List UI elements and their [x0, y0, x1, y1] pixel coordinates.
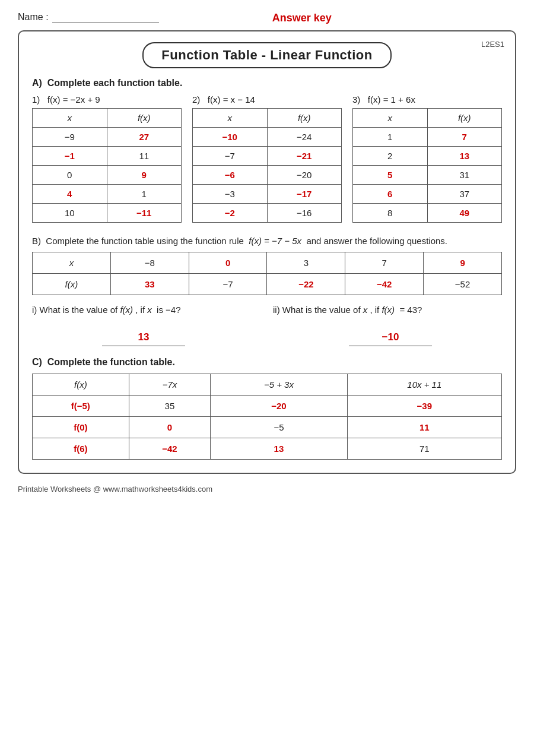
function-block-3: 3) f(x) = 1 + 6x x f(x) 17213531637849 — [352, 94, 502, 223]
section-b: B) Complete the function table using the… — [32, 236, 502, 346]
answer-key-label: Answer key — [159, 12, 445, 24]
section-c-label: C) — [32, 357, 42, 367]
func2-table: x f(x) −10−24−7−21−6−20−3−17−2−16 — [192, 108, 342, 223]
q1-suffix: is −4? — [157, 305, 180, 315]
b-fx-label: f(x) — [33, 274, 111, 295]
answer-lines: 13 −10 — [32, 331, 502, 346]
q2-x: x — [363, 305, 368, 315]
q1-middle: , if — [135, 305, 145, 315]
section-b-label: B) — [32, 236, 41, 246]
functions-row: 1) f(x) = −2x + 9 x f(x) −927−111094110−… — [32, 94, 502, 223]
section-c: C) Complete the function table. f(x)−7x−… — [32, 357, 502, 460]
func3-table: x f(x) 17213531637849 — [352, 108, 502, 223]
b-x-label: x — [33, 252, 111, 274]
answer-2-entry: −10 — [279, 331, 502, 346]
section-b-post: and answer the following questions. — [306, 236, 447, 246]
function-block-2: 2) f(x) = x − 14 x f(x) −10−24−7−21−6−20… — [192, 94, 342, 223]
q2-fx: f(x) — [382, 305, 395, 315]
worksheet-container: L2ES1 Function Table - Linear Function A… — [18, 30, 516, 474]
q2-prefix: ii) What is the value of — [273, 305, 361, 315]
name-field — [52, 12, 159, 23]
func3-id: 3) — [352, 94, 365, 105]
func3-col-fx: f(x) — [427, 109, 502, 128]
q1-fx: f(x) — [120, 305, 133, 315]
section-a-label: A) — [32, 78, 42, 88]
answer-1-value: 13 — [138, 331, 150, 343]
answer-1-line — [102, 346, 185, 346]
function-block-1: 1) f(x) = −2x + 9 x f(x) −927−111094110−… — [32, 94, 182, 223]
func1-id: 1) — [32, 94, 45, 105]
func1-table: x f(x) −927−111094110−11 — [32, 108, 182, 223]
question-1: i) What is the value of f(x) , if x is −… — [32, 305, 261, 315]
footer: Printable Worksheets @ www.mathworksheet… — [18, 485, 516, 494]
answer-1-entry: 13 — [32, 331, 255, 346]
section-b-table: x −80379 f(x) 33−7−22−42−52 — [32, 252, 502, 295]
section-a-instruction: Complete each function table. — [47, 78, 183, 88]
section-b-eq: f(x) = −7 − 5x — [249, 236, 301, 246]
name-label: Name : — [18, 12, 49, 23]
func2-equation: f(x) = x − 14 — [208, 94, 255, 105]
func1-col-fx: f(x) — [107, 109, 182, 128]
section-a: A) Complete each function table. 1) f(x)… — [32, 78, 502, 223]
section-c-header: C) Complete the function table. — [32, 357, 502, 368]
section-c-table: f(x)−7x−5 + 3x10x + 11 f(−5)35−20−39f(0)… — [32, 374, 502, 460]
func3-col-x: x — [353, 109, 428, 128]
func2-id: 2) — [192, 94, 205, 105]
func3-equation: f(x) = 1 + 6x — [368, 94, 415, 105]
questions-row: i) What is the value of f(x) , if x is −… — [32, 305, 502, 315]
func2-label: 2) f(x) = x − 14 — [192, 94, 342, 105]
section-b-instruction: B) Complete the function table using the… — [32, 236, 502, 246]
answer-2-line — [349, 346, 432, 346]
page-title: Function Table - Linear Function — [142, 42, 391, 68]
q1-x: x — [147, 305, 152, 315]
func2-col-fx: f(x) — [267, 109, 342, 128]
func1-equation: f(x) = −2x + 9 — [47, 94, 100, 105]
func3-label: 3) f(x) = 1 + 6x — [352, 94, 502, 105]
func1-label: 1) f(x) = −2x + 9 — [32, 94, 182, 105]
q2-suffix: = 43? — [399, 305, 422, 315]
question-2: ii) What is the value of x , if f(x) = 4… — [273, 305, 502, 315]
section-a-header: A) Complete each function table. — [32, 78, 502, 88]
answer-2-value: −10 — [382, 331, 399, 343]
q1-prefix: i) What is the value of — [32, 305, 117, 315]
section-b-pre: Complete the function table using the fu… — [46, 236, 244, 246]
title-banner: Function Table - Linear Function — [32, 42, 502, 68]
section-c-instruction: Complete the function table. — [47, 357, 175, 367]
func1-col-x: x — [33, 109, 107, 128]
func2-col-x: x — [193, 109, 268, 128]
q2-middle: , if — [370, 305, 379, 315]
code-label: L2ES1 — [481, 40, 504, 49]
